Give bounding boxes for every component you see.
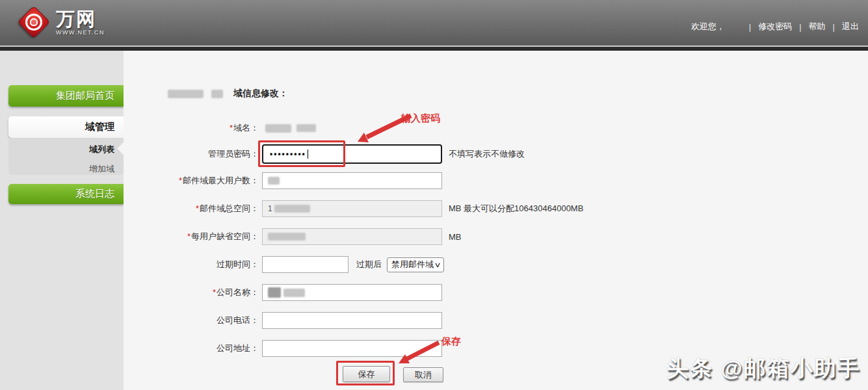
after-expire-label: 过期后	[356, 259, 382, 270]
sidebar-item-mail-home[interactable]: 集团邮局首页	[8, 85, 124, 107]
form-row-expire-time: 过期时间： 过期后 禁用邮件域 ∨	[124, 255, 868, 274]
sidebar-submenu: 域列表 增加域	[8, 138, 124, 175]
admin-password-input[interactable]: •••••••••	[262, 144, 442, 164]
redacted-value	[268, 177, 280, 185]
company-address-input[interactable]	[262, 340, 442, 357]
max-users-input[interactable]	[262, 172, 442, 189]
per-user-space-note: MB	[449, 232, 462, 242]
expire-time-label: 过期时间：	[124, 259, 259, 270]
masked-password-value: •••••••••	[270, 151, 306, 157]
form-row-domain: *域名：	[124, 121, 868, 135]
help-link[interactable]: 帮助	[809, 21, 826, 32]
form-row-company-name: *公司名称：	[124, 283, 868, 302]
logo-text: 万网 WWW.NET.CN	[56, 9, 105, 36]
redacted-value	[268, 287, 281, 298]
total-space-label: *邮件域总空间：	[124, 203, 259, 214]
sidebar: 集团邮局首页 域管理 域列表 增加域 系统日志	[0, 51, 124, 390]
company-name-label: *公司名称：	[124, 287, 259, 298]
admin-password-label: 管理员密码：	[124, 148, 259, 160]
page-title-row: 域信息修改：	[168, 88, 288, 99]
welcome-text: 欢迎您，	[691, 21, 725, 32]
brand-url: WWW.NET.CN	[56, 29, 105, 36]
form-row-admin-password: 管理员密码： ••••••••• 不填写表示不做修改	[124, 143, 868, 164]
company-name-input[interactable]	[262, 284, 442, 301]
toutiao-watermark: 头条 @邮箱小助手	[666, 354, 861, 384]
sidebar-item-domain-list[interactable]: 域列表	[8, 144, 124, 155]
per-user-space-label: *每用户缺省空间：	[124, 231, 259, 242]
main-panel: 域信息修改： *域名： 管理员密码： ••••••••• 不填写表示不做修改 *…	[124, 51, 868, 390]
sidebar-item-label: 增加域	[89, 163, 114, 175]
redacted-value	[268, 233, 306, 240]
total-space-value-prefix: 1	[268, 204, 272, 213]
divider: |	[749, 22, 751, 32]
redacted-domain-value	[296, 124, 316, 132]
form-row-max-users: *邮件域最大用户数：	[124, 172, 868, 190]
form-row-company-phone: 公司电话：	[124, 311, 868, 330]
redacted-value	[274, 205, 310, 213]
form-row-total-space: *邮件域总空间： 1 MB 最大可以分配106430464000MB	[124, 200, 868, 218]
expire-action-select[interactable]: 禁用邮件域 ∨	[387, 257, 444, 272]
select-value: 禁用邮件域	[391, 259, 434, 270]
sidebar-item-system-log[interactable]: 系统日志	[8, 184, 124, 204]
company-phone-input[interactable]	[262, 312, 442, 329]
wanwang-logo-icon	[17, 5, 51, 39]
sidebar-item-label: 集团邮局首页	[56, 90, 114, 102]
redacted-value	[283, 289, 305, 297]
expire-time-input[interactable]	[262, 256, 349, 273]
redacted-domain-value	[265, 124, 291, 133]
domain-label: *域名：	[124, 122, 259, 134]
header: 万网 WWW.NET.CN 欢迎您， | 修改密码 | 帮助 | 退出	[0, 0, 868, 46]
company-address-label: 公司地址：	[124, 343, 259, 354]
password-note: 不填写表示不做修改	[449, 148, 525, 160]
page-title: 域信息修改：	[233, 88, 288, 99]
sidebar-item-domain-management[interactable]: 域管理	[8, 116, 124, 138]
logout-link[interactable]: 退出	[842, 21, 859, 32]
redacted-domain-name	[168, 90, 204, 98]
wanwang-logo[interactable]: 万网 WWW.NET.CN	[17, 5, 105, 39]
save-button[interactable]: 保存	[343, 366, 390, 382]
max-users-label: *邮件域最大用户数：	[124, 175, 259, 187]
form-row-per-user-space: *每用户缺省空间： MB	[124, 228, 868, 246]
chevron-down-icon: ∨	[434, 261, 441, 269]
header-links: 欢迎您， | 修改密码 | 帮助 | 退出	[691, 21, 859, 32]
change-password-link[interactable]: 修改密码	[758, 21, 792, 32]
total-space-note: MB 最大可以分配106430464000MB	[449, 203, 583, 214]
brand-name: 万网	[56, 9, 105, 29]
divider: |	[799, 22, 801, 32]
sidebar-item-add-domain[interactable]: 增加域	[8, 163, 124, 175]
wanwang-mail-admin-screen: 万网 WWW.NET.CN 欢迎您， | 修改密码 | 帮助 | 退出 集团邮局…	[0, 0, 868, 390]
cancel-button[interactable]: 取消	[403, 367, 443, 382]
divider: |	[833, 22, 835, 32]
total-space-input: 1	[262, 200, 442, 217]
sidebar-item-label: 域列表	[89, 144, 114, 155]
company-phone-label: 公司电话：	[124, 315, 259, 326]
sidebar-item-label: 域管理	[85, 121, 114, 133]
text-caret	[308, 150, 308, 159]
per-user-space-input	[262, 228, 442, 245]
sidebar-item-label: 系统日志	[75, 188, 114, 200]
redacted-value	[211, 90, 223, 98]
